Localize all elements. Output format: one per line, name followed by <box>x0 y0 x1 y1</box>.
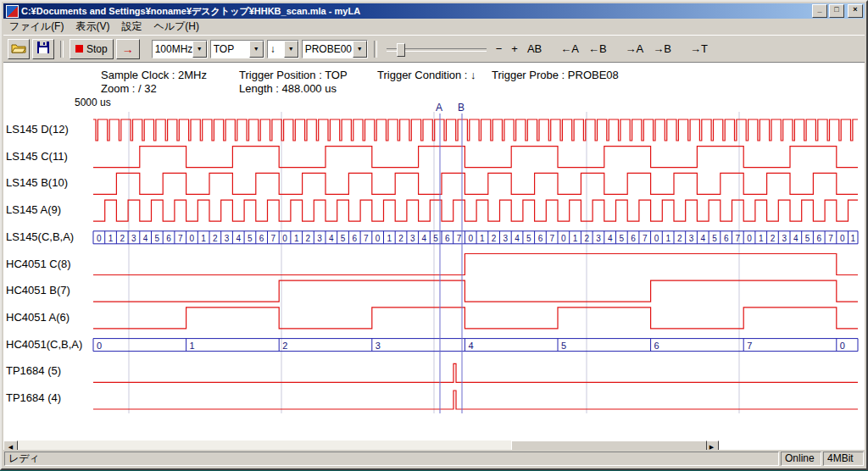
trigger-condition-info: Trigger Condition : ↓ <box>377 69 476 81</box>
svg-text:7: 7 <box>549 234 554 243</box>
svg-text:6: 6 <box>166 234 171 243</box>
svg-text:1: 1 <box>294 234 299 243</box>
menu-file[interactable]: ファイル(F) <box>3 18 70 36</box>
svg-text:1: 1 <box>573 234 578 243</box>
waveform-display[interactable]: 0123456701234567012345670123456701234567… <box>2 108 863 441</box>
stop-icon <box>75 45 83 53</box>
save-button[interactable] <box>32 39 54 59</box>
svg-text:6: 6 <box>817 234 822 243</box>
svg-text:5: 5 <box>805 234 810 243</box>
svg-text:3: 3 <box>376 341 381 351</box>
menu-help[interactable]: ヘルプ(H) <box>147 18 205 36</box>
svg-text:0: 0 <box>468 234 473 243</box>
svg-text:4: 4 <box>329 234 334 243</box>
svg-text:5: 5 <box>561 341 566 351</box>
svg-text:3: 3 <box>596 234 601 243</box>
svg-text:6: 6 <box>654 341 659 351</box>
svg-text:4: 4 <box>236 234 241 243</box>
svg-text:0: 0 <box>282 234 287 243</box>
svg-text:6: 6 <box>445 234 450 243</box>
zoom-ab-button[interactable]: AB <box>524 41 545 57</box>
trigger-position-select[interactable]: TOP ▼ <box>210 40 264 58</box>
svg-text:3: 3 <box>131 234 136 243</box>
zoom-info: Zoom : / 32 <box>101 82 157 95</box>
svg-text:2: 2 <box>398 234 403 243</box>
svg-text:1: 1 <box>480 234 485 243</box>
trigger-probe-info: Trigger Probe : PROBE08 <box>492 69 619 81</box>
trigger-probe-select[interactable]: PROBE00 ▼ <box>302 40 368 58</box>
svg-text:3: 3 <box>504 234 509 243</box>
goto-trigger-button[interactable]: →T <box>687 41 711 57</box>
svg-text:0: 0 <box>97 341 102 351</box>
close-button[interactable]: × <box>848 4 863 18</box>
svg-text:0: 0 <box>190 234 195 243</box>
svg-text:3: 3 <box>782 234 787 243</box>
svg-text:5: 5 <box>155 234 160 243</box>
svg-text:4: 4 <box>701 234 706 243</box>
zoom-slider[interactable] <box>387 41 487 58</box>
chevron-down-icon[interactable]: ▼ <box>353 41 367 58</box>
svg-text:4: 4 <box>468 341 473 351</box>
svg-text:5: 5 <box>433 234 438 243</box>
set-marker-b-button[interactable]: →B <box>649 41 675 57</box>
set-marker-a-button[interactable]: →A <box>622 41 648 57</box>
goto-marker-a-button[interactable]: ←A <box>557 41 582 57</box>
zoom-slider-thumb[interactable] <box>397 43 405 57</box>
svg-text:0: 0 <box>376 234 381 243</box>
zoom-in-button[interactable]: + <box>508 41 521 57</box>
trigger-edge-select[interactable]: ↓ ▼ <box>267 40 299 58</box>
svg-text:0: 0 <box>561 234 566 243</box>
chevron-down-icon[interactable]: ▼ <box>249 41 264 58</box>
goto-marker-b-button[interactable]: ←B <box>585 41 610 57</box>
svg-text:5: 5 <box>620 234 625 243</box>
stop-button[interactable]: Stop <box>70 39 114 59</box>
run-button[interactable]: → <box>116 39 140 59</box>
svg-text:7: 7 <box>828 234 833 243</box>
svg-text:0: 0 <box>840 234 845 243</box>
svg-text:0: 0 <box>840 341 845 351</box>
svg-text:7: 7 <box>457 234 462 243</box>
toolbar-separator <box>374 41 377 58</box>
zoom-out-button[interactable]: − <box>492 41 506 57</box>
trigger-position-info: Trigger Position : TOP <box>239 69 348 81</box>
minimize-button[interactable]: _ <box>812 4 827 18</box>
svg-text:6: 6 <box>631 234 636 243</box>
maximize-button[interactable]: □ <box>829 4 844 18</box>
svg-text:2: 2 <box>306 234 311 243</box>
system-menu-icon[interactable] <box>6 5 19 18</box>
chevron-down-icon[interactable]: ▼ <box>284 41 298 58</box>
chevron-down-icon[interactable]: ▼ <box>192 41 207 58</box>
time-scale-label: 5000 us <box>75 97 111 108</box>
length-info: Length : 488.000 us <box>239 82 337 95</box>
svg-text:1: 1 <box>108 234 114 243</box>
svg-text:6: 6 <box>259 234 264 243</box>
svg-text:1: 1 <box>759 234 764 243</box>
window-title: C:¥Documents and Settings¥noname¥デスクトップ¥… <box>21 5 812 18</box>
svg-text:7: 7 <box>178 234 183 243</box>
svg-text:0: 0 <box>654 234 659 243</box>
svg-text:5: 5 <box>248 234 253 243</box>
svg-text:6: 6 <box>724 234 729 243</box>
svg-text:7: 7 <box>643 234 648 243</box>
svg-text:2: 2 <box>213 234 218 243</box>
open-file-button[interactable] <box>8 39 30 59</box>
svg-text:4: 4 <box>793 234 798 243</box>
sample-clock-info: Sample Clock : 2MHz <box>101 69 207 81</box>
svg-text:0: 0 <box>747 234 752 243</box>
svg-text:5: 5 <box>712 234 717 243</box>
clock-select[interactable]: 100MHz ▼ <box>152 40 208 58</box>
svg-text:2: 2 <box>120 234 125 243</box>
folder-open-icon <box>11 42 26 57</box>
menu-view[interactable]: 表示(V) <box>70 18 115 36</box>
svg-text:3: 3 <box>225 234 230 243</box>
svg-text:4: 4 <box>143 234 148 243</box>
floppy-disk-icon <box>37 42 49 57</box>
menu-settings[interactable]: 設定 <box>115 18 147 36</box>
svg-text:7: 7 <box>271 234 276 243</box>
svg-text:0: 0 <box>97 234 102 243</box>
svg-text:6: 6 <box>352 234 357 243</box>
svg-text:3: 3 <box>689 234 694 243</box>
svg-text:2: 2 <box>771 234 776 243</box>
svg-text:6: 6 <box>538 234 543 243</box>
svg-text:1: 1 <box>387 234 392 243</box>
